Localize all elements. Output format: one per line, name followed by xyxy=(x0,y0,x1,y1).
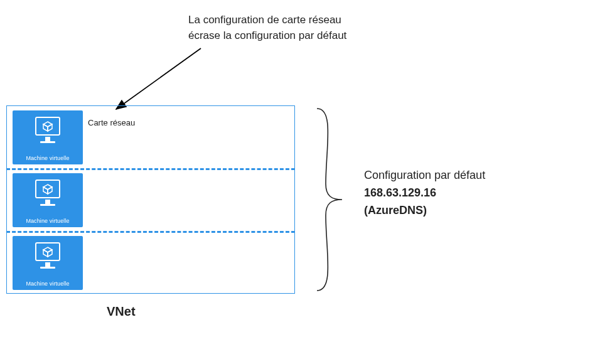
caption-line-2: écrase la configuration par défaut xyxy=(188,28,346,44)
vm-icon-3: Machine virtuelle xyxy=(13,236,83,290)
svg-marker-4 xyxy=(48,124,52,131)
svg-marker-3 xyxy=(43,124,48,131)
svg-marker-5 xyxy=(43,185,52,190)
caption-line-1: La configuration de carte réseau xyxy=(188,13,346,28)
vnet-label: VNet xyxy=(107,304,136,319)
vm-label-3: Machine virtuelle xyxy=(13,281,83,287)
svg-marker-2 xyxy=(43,122,52,127)
svg-marker-9 xyxy=(43,250,48,257)
nic-label: Carte réseau xyxy=(88,118,135,127)
curly-brace-icon xyxy=(304,105,355,294)
svg-line-1 xyxy=(116,48,201,109)
default-config-ip: 168.63.129.16 xyxy=(364,185,485,202)
default-config-block: Configuration par défaut 168.63.129.16 (… xyxy=(364,167,485,220)
svg-marker-8 xyxy=(43,247,52,252)
subnet-divider-2 xyxy=(6,231,295,233)
vm-label-1: Machine virtuelle xyxy=(13,155,83,161)
svg-marker-7 xyxy=(48,187,52,194)
caption-text: La configuration de carte réseau écrase … xyxy=(188,13,346,43)
default-config-name: (AzureDNS) xyxy=(364,202,485,220)
default-config-title: Configuration par défaut xyxy=(364,167,485,185)
vm-icon-1: Machine virtuelle xyxy=(13,110,83,164)
svg-marker-10 xyxy=(48,250,52,257)
vm-label-2: Machine virtuelle xyxy=(13,218,83,224)
svg-marker-6 xyxy=(43,187,48,194)
vm-icon-2: Machine virtuelle xyxy=(13,173,83,227)
subnet-divider-1 xyxy=(6,168,295,170)
